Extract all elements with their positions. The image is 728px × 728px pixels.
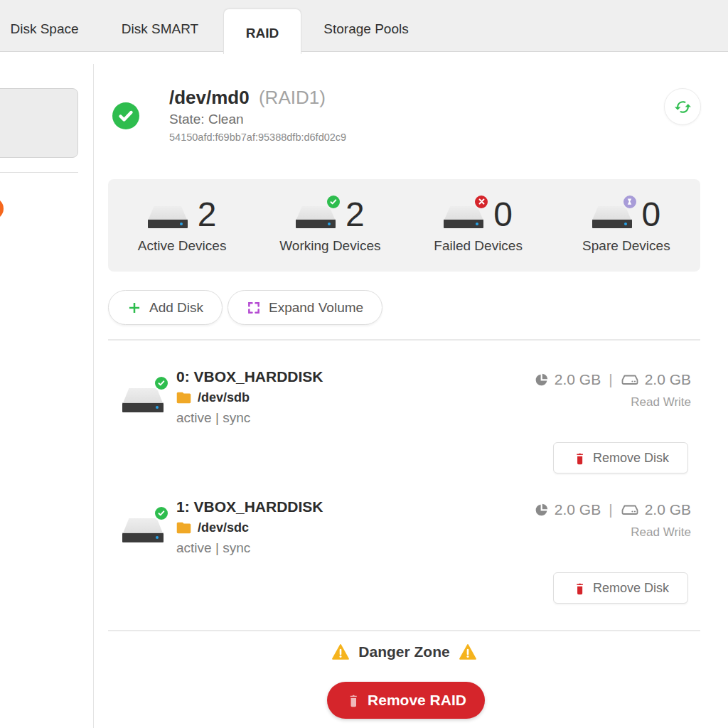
cross-badge-icon — [473, 194, 489, 210]
pipe-separator: | — [609, 371, 612, 388]
raid-state-ok-icon — [112, 102, 139, 129]
pipe-separator: | — [609, 501, 612, 518]
disk-mode: Read Write — [631, 525, 691, 540]
pie-chart-icon — [534, 503, 549, 518]
disk-size: 2.0 GB — [645, 501, 691, 518]
remove-raid-button[interactable]: Remove RAID — [327, 682, 485, 719]
folder-icon — [176, 522, 191, 534]
hdd-icon — [296, 201, 336, 228]
stat-label: Working Devices — [279, 238, 380, 254]
pie-chart-icon — [534, 373, 549, 387]
raid-stats-panel: 2 Active Devices 2 Working Devices 0 — [108, 179, 700, 272]
remove-disk-button-0[interactable]: Remove Disk — [553, 442, 688, 473]
danger-zone-label: Danger Zone — [358, 643, 449, 660]
disk-used: 2.0 GB — [555, 501, 601, 518]
check-badge-icon — [154, 505, 169, 521]
hdd-icon — [444, 201, 483, 228]
disk-row-0: 0: VBOX_HARDDISK /dev/sdb active | sync … — [108, 355, 700, 486]
hdd-icon — [592, 201, 632, 228]
stat-value: 0 — [642, 198, 661, 232]
remove-raid-label: Remove RAID — [368, 692, 466, 709]
stat-label: Failed Devices — [434, 238, 523, 254]
disk-sizes: 2.0 GB | 2.0 GB — [534, 501, 691, 518]
drive-outline-icon — [621, 373, 639, 387]
stat-failed-devices: 0 Failed Devices — [405, 179, 552, 272]
disk-status: active | sync — [176, 540, 250, 556]
disk-status: active | sync — [176, 410, 250, 426]
danger-divider — [108, 630, 700, 631]
expand-volume-button[interactable]: Expand Volume — [228, 290, 382, 325]
disk-row-1: 1: VBOX_HARDDISK /dev/sdc active | sync … — [108, 486, 700, 616]
disk-sizes: 2.0 GB | 2.0 GB — [534, 371, 691, 388]
tab-storage-pools[interactable]: Storage Pools — [311, 0, 421, 51]
folder-icon — [176, 392, 191, 404]
expand-volume-label: Expand Volume — [269, 300, 363, 316]
check-badge-icon — [154, 375, 169, 391]
tab-disk-space[interactable]: Disk Space — [0, 0, 89, 51]
add-disk-button[interactable]: Add Disk — [108, 290, 223, 325]
hourglass-badge-icon — [622, 194, 638, 210]
remove-disk-label: Remove Disk — [593, 451, 669, 466]
section-divider — [108, 339, 700, 341]
raid-level: (RAID1) — [259, 87, 326, 108]
disk-mode: Read Write — [631, 395, 691, 410]
disk-path: /dev/sdc — [198, 520, 249, 535]
disk-used: 2.0 GB — [555, 371, 601, 388]
refresh-button[interactable] — [664, 88, 701, 125]
stat-spare-devices: 0 Spare Devices — [552, 179, 700, 272]
stat-active-devices: 2 Active Devices — [108, 179, 256, 272]
add-disk-label: Add Disk — [149, 300, 203, 316]
tab-raid[interactable]: RAID — [223, 9, 301, 54]
tab-bar: Disk Space Disk SMART RAID Storage Pools — [0, 0, 728, 52]
trash-icon — [572, 451, 584, 465]
sidebar-divider — [0, 172, 78, 173]
disk-path: /dev/sdb — [198, 390, 250, 405]
hdd-icon — [122, 513, 164, 542]
refresh-icon — [674, 98, 692, 116]
expand-icon — [247, 301, 261, 315]
remove-disk-button-1[interactable]: Remove Disk — [553, 572, 688, 604]
stat-label: Active Devices — [138, 238, 227, 254]
raid-uuid: 54150afd:f69bb7af:95388dfb:d6fd02c9 — [169, 132, 346, 143]
plus-icon — [127, 301, 141, 315]
trash-icon — [572, 582, 584, 595]
orange-status-icon — [0, 198, 4, 220]
sidebar-raid-card[interactable] — [0, 88, 78, 158]
drive-outline-icon — [621, 503, 639, 517]
stat-working-devices: 2 Working Devices — [256, 179, 404, 272]
danger-zone-heading: Danger Zone — [108, 643, 700, 660]
disk-path-row: /dev/sdb — [176, 390, 250, 405]
tab-disk-smart[interactable]: Disk SMART — [102, 0, 218, 51]
stat-value: 2 — [346, 198, 365, 232]
raid-state: State: Clean — [169, 112, 244, 127]
warning-triangle-icon — [331, 643, 350, 660]
warning-triangle-icon — [459, 643, 477, 660]
raid-title: /dev/md0 (RAID1) — [169, 87, 326, 109]
trash-icon — [346, 693, 358, 707]
hdd-icon — [148, 201, 188, 228]
check-badge-icon — [326, 194, 341, 210]
hdd-icon — [122, 382, 164, 412]
stat-value: 2 — [198, 198, 217, 232]
raid-device-name: /dev/md0 — [169, 87, 250, 108]
disk-path-row: /dev/sdc — [176, 520, 249, 535]
content-divider — [93, 64, 94, 728]
disk-size: 2.0 GB — [645, 371, 691, 388]
disk-title: 0: VBOX_HARDDISK — [176, 368, 323, 385]
remove-disk-label: Remove Disk — [593, 581, 669, 596]
stat-label: Spare Devices — [582, 238, 670, 254]
disk-title: 1: VBOX_HARDDISK — [176, 498, 323, 515]
stat-value: 0 — [493, 198, 513, 232]
